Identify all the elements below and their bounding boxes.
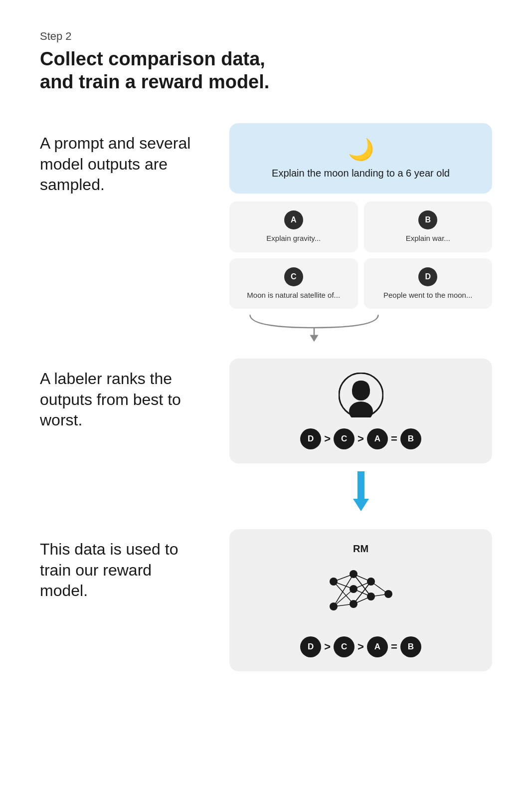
svg-point-23	[330, 578, 338, 586]
rank-badge-b: B	[400, 428, 421, 449]
svg-marker-6	[353, 499, 369, 511]
rank-op-1: >	[324, 432, 331, 445]
section3-text: This data is used to train our reward mo…	[40, 529, 199, 601]
output-desc-b: Explain war...	[372, 233, 485, 243]
svg-point-26	[350, 585, 357, 593]
svg-point-27	[350, 600, 357, 608]
rank-badge-d: D	[300, 428, 321, 449]
section2-visual: D > C > A = B	[229, 359, 492, 519]
prompt-text: Explain the moon landing to a 6 year old	[244, 167, 477, 180]
rm-card: RM	[229, 529, 492, 671]
output-desc-c: Moon is natural satellite of...	[237, 290, 350, 300]
svg-marker-1	[310, 335, 318, 342]
section1-visual: 🌙 Explain the moon landing to a 6 year o…	[229, 123, 492, 349]
svg-point-30	[384, 590, 392, 598]
output-card-d: D People went to the moon...	[364, 258, 493, 309]
svg-rect-5	[357, 471, 364, 499]
blue-arrow-connector	[229, 471, 492, 511]
svg-point-29	[367, 593, 375, 600]
moon-icon: 🌙	[244, 137, 477, 162]
section3-visual: RM	[229, 529, 492, 671]
rank-op-2: >	[357, 432, 364, 445]
section2-text: A labeler ranks the outputs from best to…	[40, 359, 199, 431]
rm-label: RM	[244, 543, 477, 555]
rm-rank-op-3: =	[391, 640, 397, 653]
rank-badge-a: A	[367, 428, 388, 449]
labeler-card: D > C > A = B	[229, 359, 492, 463]
section-labeler: A labeler ranks the outputs from best to…	[40, 359, 492, 519]
rm-rank-op-1: >	[324, 640, 331, 653]
section-prompt-sampling: A prompt and several model outputs are s…	[40, 123, 492, 349]
svg-point-28	[367, 578, 375, 586]
output-desc-d: People went to the moon...	[372, 290, 485, 300]
step-label: Step 2	[40, 30, 492, 43]
svg-point-25	[350, 570, 357, 578]
main-title: Collect comparison data,and train a rewa…	[40, 48, 492, 93]
rank-badge-c: C	[334, 428, 355, 449]
svg-point-4	[349, 401, 373, 417]
brace-connector	[229, 313, 492, 345]
section-reward-model: This data is used to train our reward mo…	[40, 529, 492, 671]
labeler-ranking-row: D > C > A = B	[244, 428, 477, 449]
output-card-c: C Moon is natural satellite of...	[229, 258, 358, 309]
output-desc-a: Explain gravity...	[237, 233, 350, 243]
output-card-b: B Explain war...	[364, 201, 493, 252]
avatar-icon	[339, 373, 383, 417]
rm-rank-badge-b: B	[400, 636, 421, 657]
rm-rank-badge-d: D	[300, 636, 321, 657]
outputs-grid: A Explain gravity... B Explain war... C …	[229, 201, 492, 309]
rm-rank-badge-a: A	[367, 636, 388, 657]
neural-net-icon	[321, 562, 401, 626]
svg-point-24	[330, 602, 338, 610]
output-badge-d: D	[418, 267, 437, 286]
rm-ranking-row: D > C > A = B	[244, 636, 477, 657]
output-badge-b: B	[418, 210, 437, 229]
section1-text: A prompt and several model outputs are s…	[40, 123, 199, 196]
output-badge-a: A	[284, 210, 303, 229]
rm-rank-op-2: >	[357, 640, 364, 653]
output-badge-c: C	[284, 267, 303, 286]
rm-rank-badge-c: C	[334, 636, 355, 657]
prompt-card: 🌙 Explain the moon landing to a 6 year o…	[229, 123, 492, 194]
rank-op-3: =	[391, 432, 397, 445]
output-card-a: A Explain gravity...	[229, 201, 358, 252]
